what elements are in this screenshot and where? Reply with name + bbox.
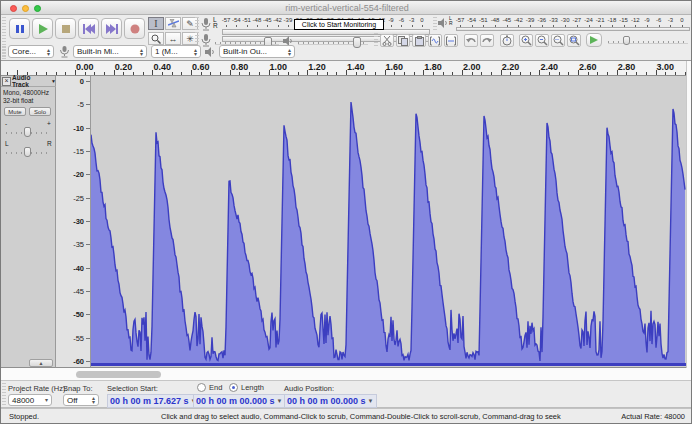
fit-project-icon (569, 35, 580, 46)
meter-tick-label: -6 (656, 17, 661, 23)
meter-tick-label: -24 (584, 17, 593, 23)
speaker-icon (438, 18, 449, 28)
fit-selection-button[interactable] (551, 34, 565, 47)
mute-button[interactable]: Mute (4, 107, 26, 116)
fit-project-button[interactable] (567, 34, 581, 47)
timeline-minor-tick (143, 72, 144, 75)
copy-button[interactable] (396, 34, 410, 47)
stopwatch-button[interactable] (500, 34, 514, 47)
gain-slider-thumb[interactable] (24, 127, 31, 137)
cut-button[interactable] (380, 34, 394, 47)
pause-button[interactable] (9, 18, 30, 39)
record-meter-grip[interactable] (195, 17, 199, 43)
track-title[interactable]: Audio Track (12, 74, 49, 88)
play-button[interactable] (32, 18, 53, 39)
skip-to-end-button[interactable] (101, 18, 122, 39)
paste-icon (415, 36, 424, 46)
playback-speed-thumb[interactable] (623, 36, 630, 45)
timeline-minor-tick (404, 72, 405, 75)
db-label: 0 (80, 77, 84, 86)
meter-tick-mark (422, 25, 423, 27)
selection-start-label: Selection Start: (107, 384, 158, 393)
solo-button[interactable]: Solo (29, 107, 51, 116)
length-radio[interactable]: Length (229, 383, 264, 392)
envelope-tool-button[interactable] (165, 17, 181, 30)
timeline-minor-tick (452, 72, 453, 75)
timeline-minor-tick (559, 72, 560, 75)
meter-tick-label: -48 (253, 17, 262, 23)
meter-tick-label: -9 (388, 17, 393, 23)
length-field[interactable]: 00 h 00 m 00.000 s▼ (193, 394, 286, 408)
timeshift-tool-button[interactable]: ↔ (165, 32, 181, 45)
output-device-select[interactable]: Built-in Ou...▴▾ (219, 45, 295, 58)
undo-button[interactable] (464, 34, 478, 47)
paste-button[interactable] (412, 34, 426, 47)
meter-tick-label: -45 (263, 17, 272, 23)
timeline-minor-tick (617, 72, 618, 75)
monitoring-tooltip[interactable]: Click to Start Monitoring (294, 19, 384, 30)
db-label: -30 (73, 217, 84, 226)
track-collapse-button[interactable]: ▲ (29, 359, 53, 367)
zoom-in-icon (521, 35, 532, 46)
meter-tick-label: -21 (596, 17, 605, 23)
redo-button[interactable] (480, 34, 494, 47)
input-channels-value: 1 (M... (155, 47, 178, 56)
waveform-graphic (91, 76, 686, 368)
pan-slider-thumb[interactable] (24, 147, 31, 157)
db-tick (86, 268, 90, 269)
selection-toolbar-grip[interactable] (2, 383, 6, 406)
selection-tool-button[interactable]: I (148, 17, 164, 30)
db-ruler[interactable]: 0-5-10-15-20-25-30-35-40-45-50-55-60 (56, 76, 91, 368)
record-button[interactable] (124, 18, 145, 39)
timeline-minor-tick (472, 72, 473, 75)
end-radio-icon[interactable] (197, 383, 206, 392)
silence-button[interactable] (444, 34, 458, 47)
track-format-line1: Mono, 48000Hz (3, 89, 49, 96)
timeline-minor-tick (665, 72, 666, 75)
zoom-in-button[interactable] (519, 34, 533, 47)
audio-host-select[interactable]: Core...▴▾ (8, 45, 54, 58)
play-at-speed-button[interactable] (586, 33, 602, 47)
undo-icon (466, 36, 476, 45)
selection-tool-icon: I (154, 18, 157, 29)
skip-to-start-button[interactable] (78, 18, 99, 39)
track-close-button[interactable]: × (2, 77, 11, 86)
edit-toolbar-grip[interactable] (374, 33, 378, 48)
stop-button[interactable] (55, 18, 76, 39)
meter-tick-label: -42 (273, 17, 282, 23)
device-toolbar-grip[interactable] (2, 46, 6, 59)
timeline-label: 0.60 (192, 62, 210, 72)
waveform-display[interactable] (91, 76, 686, 368)
input-device-select[interactable]: Built-in Mi...▴▾ (73, 45, 147, 58)
length-radio-label: Length (241, 383, 264, 392)
skip-to-end-icon (106, 24, 118, 34)
playback-speed-slider[interactable] (608, 41, 688, 44)
timeline-label: 1.20 (308, 62, 326, 72)
horizontal-scrollbar[interactable] (1, 368, 692, 381)
db-label: -50 (73, 310, 84, 319)
input-channels-select[interactable]: 1 (M...▴▾ (151, 45, 201, 58)
vertical-scrollbar[interactable] (686, 61, 692, 368)
project-rate-select[interactable]: 48000▾ (8, 394, 52, 406)
audio-position-field[interactable]: 00 h 00 m 00.000 s▼ (284, 394, 377, 408)
snap-to-select[interactable]: Off▴▾ (63, 394, 99, 406)
timeline-ruler[interactable]: - 0.300.000.200.400.600.801.001.201.401.… (1, 61, 692, 76)
zoom-out-button[interactable] (535, 34, 549, 47)
playback-volume-thumb[interactable] (353, 37, 361, 48)
db-tick (86, 361, 90, 362)
selection-start-field[interactable]: 00 h 00 m 17.627 s▼ (107, 394, 200, 408)
length-radio-icon[interactable] (229, 383, 238, 392)
meter-tick-mark (278, 25, 279, 27)
horizontal-scrollbar-thumb[interactable] (76, 371, 161, 378)
zoom-tool-button[interactable] (148, 32, 164, 45)
meter-tick-label: -45 (502, 17, 511, 23)
cut-icon (382, 36, 392, 46)
timeline-minor-tick (578, 72, 579, 75)
playback-meter[interactable]: -57-54-51-48-45-42-39-36-33-30-27-24-21-… (456, 17, 688, 30)
meter-tick-label: -51 (242, 17, 251, 23)
playback-meter-grip[interactable] (433, 17, 437, 30)
timeline-minor-tick (162, 72, 163, 75)
trim-button[interactable] (428, 34, 442, 47)
timeline-label: 2.80 (618, 62, 636, 72)
end-radio[interactable]: End (197, 383, 222, 392)
